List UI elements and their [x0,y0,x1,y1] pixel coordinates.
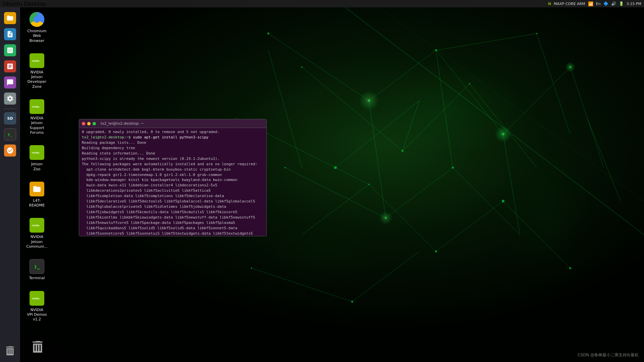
svg-point-43 [569,66,571,68]
svg-point-41 [502,200,504,202]
svg-line-9 [285,168,386,218]
svg-line-12 [302,184,369,235]
svg-text:nvidia.: nvidia. [32,59,40,62]
jetson-zoo-label: JetsonZoo [31,162,43,172]
svg-text:nvidia.: nvidia. [32,297,40,300]
svg-line-11 [453,168,520,235]
chromium-label: ChromiumWebBrowser [27,29,46,43]
svg-line-5 [402,84,470,151]
trash-desktop-icon[interactable] [24,338,51,355]
terminal-titlebar: tx2_lei@tx2-desktop: ~ [79,119,266,128]
terminal-line: kde-window-manager kinit kio kpackagetoo… [82,177,264,183]
vpi-label: NVIDIAVPI Demosv1.2 [27,308,47,322]
watermark: CSDN @鲁棒最小二乘支持向量机 [578,352,639,358]
svg-text:nvidia.: nvidia. [32,151,40,154]
svg-point-36 [334,166,337,169]
svg-text:nvidia.: nvidia. [32,105,40,108]
svg-line-10 [386,168,453,218]
svg-point-38 [452,167,454,169]
desktop-icon-l4t[interactable]: L4T-README [23,180,50,209]
svg-point-35 [469,83,470,84]
dock-item-text[interactable] [1,27,19,42]
topbar-right: N MAXP CORE ARM 📶 En 🔷 🔊 🔋 3:15 PM [548,1,641,6]
desktop-icon-jetson-communi[interactable]: nvidia. NVIDIAJetsonCommuni... [23,216,50,250]
svg-line-27 [436,34,537,50]
desktop-icon-terminal[interactable]: ❯_ Terminal [23,257,50,282]
terminal-line: libkdecorations2privatev5 libkf5activiti… [82,188,264,193]
clock-display[interactable]: 3:15 PM [627,2,641,6]
svg-point-37 [385,217,387,219]
dock-item-trash[interactable] [1,343,19,359]
terminal-min-btn[interactable] [87,122,91,125]
svg-point-39 [368,184,370,185]
desktop-icon-jetson-zoo[interactable]: nvidia. JetsonZoo [23,143,50,173]
terminal-window[interactable]: tx2_lei@tx2-desktop: ~ 0 upgraded, 0 new… [79,119,267,236]
desktop-icons: ChromiumWebBrowser nvidia. NVIDIAJetsonD… [23,10,50,323]
terminal-max-btn[interactable] [93,122,96,125]
svg-line-26 [587,117,621,201]
desktop-icon-jetson-dev[interactable]: nvidia. NVIDIAJetsonDeveloperZone [23,51,50,90]
svg-line-19 [369,101,386,218]
svg-point-30 [368,99,370,102]
svg-point-42 [569,267,571,269]
wifi-icon[interactable]: 📶 [588,1,593,6]
terminal-line: tx2_lei@tx2-desktop:~$ sudo apt-get inst… [82,135,264,140]
terminal-line: Reading state information... Done [82,151,264,156]
topbar: Ubuntu Desktop N MAXP CORE ARM 📶 En 🔷 🔊 … [0,0,644,7]
dock-item-update[interactable] [1,143,19,159]
desktop-icon-chromium[interactable]: ChromiumWebBrowser [23,10,50,45]
language-icon[interactable]: En [596,2,601,6]
svg-line-18 [268,50,302,168]
svg-point-50 [379,211,392,225]
svg-point-45 [284,167,286,168]
desktop-icon-vpi[interactable]: nvidia. NVIDIAVPI Demosv1.2 [23,289,50,323]
terminal-line: kwin-data kwin-x11 libdebian-installer4 … [82,183,264,188]
terminal-line: 0 upgraded, 0 newly installed, 0 to remo… [82,129,264,135]
svg-point-48 [359,90,379,111]
terminal-close-btn[interactable] [82,122,85,125]
svg-line-24 [570,67,604,168]
terminal-line: libkf5sonnetcore5 libkf5sonnetui5 libkf5… [82,231,264,236]
bluetooth-icon[interactable]: 🔷 [603,1,608,6]
svg-line-8 [335,101,419,168]
svg-line-25 [537,34,570,134]
svg-line-52 [335,0,644,235]
dock-item-files[interactable] [1,11,19,26]
dock-item-notes[interactable] [1,75,19,90]
terminal-line: python3-scipy is already the newest vers… [82,156,264,162]
dock-item-sd[interactable]: SD [1,111,19,126]
svg-line-17 [352,251,419,302]
volume-icon[interactable]: 🔊 [611,1,616,6]
svg-line-22 [402,101,419,151]
svg-text:nvidia.: nvidia. [32,224,40,227]
jetson-communi-label: NVIDIAJetsonCommuni... [26,235,47,249]
battery-icon[interactable]: 🔋 [619,1,624,6]
terminal-line: libkf5newstuffcore5 libkf5package-data l… [82,220,264,226]
terminal-line: dpkg-repack gir1.2-timezonemap-1.0 gir1.… [82,172,264,178]
dock-item-spreadsheet[interactable] [1,43,19,58]
terminal-line: The following packages were automaticall… [82,162,264,167]
dock-item-terminal[interactable]: ❯_ [1,127,19,142]
dock-item-presentation[interactable] [1,59,19,74]
svg-line-3 [436,50,503,134]
svg-line-4 [302,67,402,151]
terminal-line: libkf5declarative5 libkf5doctools5 libkf… [82,199,264,204]
terminal-line: libkf5completion-data libkf5completions … [82,193,264,199]
dock-item-settings[interactable] [1,91,19,107]
svg-point-40 [435,250,437,252]
svg-point-51 [565,62,575,72]
svg-point-29 [267,33,269,35]
terminal-content[interactable]: 0 upgraded, 0 newly installed, 0 to remo… [79,128,266,236]
terminal-line: libkf5globalaccelprivate5 libkf5idletime… [82,204,264,209]
terminal-line: libkf5quickaddons5 libkf5solid5 libkf5so… [82,226,264,231]
svg-line-28 [503,67,570,134]
svg-line-1 [268,34,369,101]
desktop-icon-jetson-support[interactable]: nvidia. NVIDIAJetsonSupportForums [23,97,50,136]
topbar-title: Ubuntu Desktop [3,1,46,7]
svg-point-32 [502,133,504,135]
nvidia-status-icon[interactable]: N [548,2,551,6]
jetson-dev-label: NVIDIAJetsonDeveloperZone [28,70,47,89]
svg-line-20 [436,50,453,168]
svg-line-13 [369,184,436,251]
terminal-line: libkf5jobwidgets5 libkf5kcmutils-data li… [82,209,264,215]
